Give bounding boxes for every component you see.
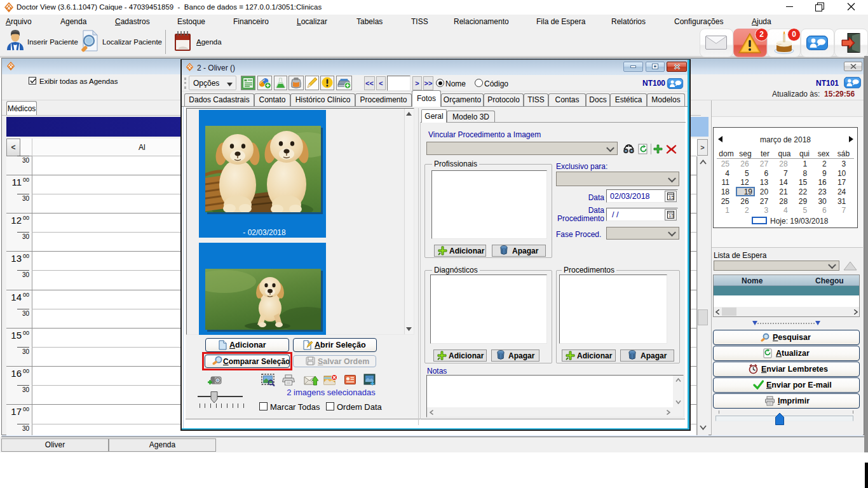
svg-text:15: 15 xyxy=(668,194,674,200)
svg-text:15: 15 xyxy=(668,213,674,219)
